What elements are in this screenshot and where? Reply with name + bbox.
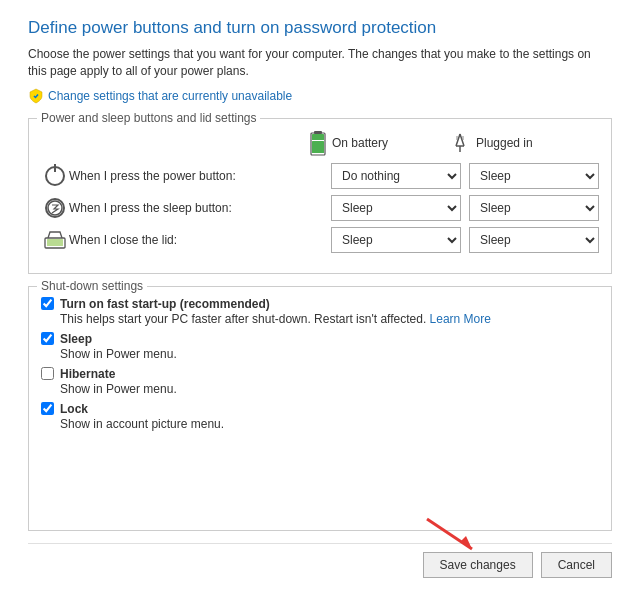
battery-column-header: On battery xyxy=(309,129,449,157)
power-sleep-legend: Power and sleep buttons and lid settings xyxy=(37,111,260,125)
cancel-button[interactable]: Cancel xyxy=(541,552,612,578)
hibernate-checkbox[interactable] xyxy=(41,367,54,380)
sleep-button-label: When I press the sleep button: xyxy=(69,201,331,215)
plug-icon xyxy=(449,132,471,154)
power-button-icon xyxy=(41,166,69,186)
plugged-column-header: Plugged in xyxy=(449,129,589,157)
sleep-button-selects: Sleep Do nothing Hibernate Shut down Sle… xyxy=(331,195,599,221)
shutdown-hibernate: Hibernate Show in Power menu. xyxy=(41,367,599,396)
sleep-sub: Show in Power menu. xyxy=(60,347,599,361)
page-description: Choose the power settings that you want … xyxy=(28,46,612,80)
power-sleep-section: Power and sleep buttons and lid settings… xyxy=(28,118,612,274)
lid-battery-select[interactable]: Sleep Do nothing Hibernate Shut down xyxy=(331,227,461,253)
shutdown-sleep: Sleep Show in Power menu. xyxy=(41,332,599,361)
power-button-battery-select[interactable]: Do nothing Sleep Hibernate Shut down Tur… xyxy=(331,163,461,189)
power-header-row: On battery Plugged in xyxy=(41,129,599,157)
footer: Save changes Cancel xyxy=(28,543,612,578)
hibernate-sub: Show in Power menu. xyxy=(60,382,599,396)
battery-icon xyxy=(309,129,327,157)
fast-startup-label: Turn on fast start-up (recommended) xyxy=(60,297,270,311)
fast-startup-sub: This helps start your PC faster after sh… xyxy=(60,312,599,326)
hibernate-checkbox-label: Hibernate xyxy=(60,367,115,381)
change-settings-row: Change settings that are currently unava… xyxy=(28,88,612,104)
sleep-checkbox-label: Sleep xyxy=(60,332,92,346)
svg-rect-12 xyxy=(47,239,63,246)
lid-icon xyxy=(41,230,69,250)
power-button-row: When I press the power button: Do nothin… xyxy=(41,163,599,189)
sleep-checkbox-row: Sleep xyxy=(41,332,599,346)
page-title: Define power buttons and turn on passwor… xyxy=(28,18,612,38)
svg-rect-2 xyxy=(312,141,324,153)
sleep-button-row: When I press the sleep button: Sleep Do … xyxy=(41,195,599,221)
sleep-button-icon xyxy=(41,198,69,218)
shutdown-fast-startup: Turn on fast start-up (recommended) This… xyxy=(41,297,599,326)
svg-rect-1 xyxy=(314,131,322,134)
sleep-button-plugged-select[interactable]: Sleep Do nothing Hibernate Shut down xyxy=(469,195,599,221)
learn-more-link[interactable]: Learn More xyxy=(430,312,491,326)
lock-sub: Show in account picture menu. xyxy=(60,417,599,431)
svg-marker-14 xyxy=(460,536,472,549)
sleep-checkbox[interactable] xyxy=(41,332,54,345)
svg-rect-3 xyxy=(312,134,324,140)
arrow-indicator xyxy=(422,514,482,557)
lock-checkbox-label: Lock xyxy=(60,402,88,416)
power-button-selects: Do nothing Sleep Hibernate Shut down Tur… xyxy=(331,163,599,189)
lid-selects: Sleep Do nothing Hibernate Shut down Sle… xyxy=(331,227,599,253)
lid-row: When I close the lid: Sleep Do nothing H… xyxy=(41,227,599,253)
change-settings-link[interactable]: Change settings that are currently unava… xyxy=(48,89,292,103)
shield-icon xyxy=(28,88,44,104)
shutdown-lock: Lock Show in account picture menu. xyxy=(41,402,599,431)
sleep-button-battery-select[interactable]: Sleep Do nothing Hibernate Shut down xyxy=(331,195,461,221)
lid-label: When I close the lid: xyxy=(69,233,331,247)
power-button-label: When I press the power button: xyxy=(69,169,331,183)
lock-checkbox-row: Lock xyxy=(41,402,599,416)
shutdown-legend: Shut-down settings xyxy=(37,279,147,293)
fast-startup-row: Turn on fast start-up (recommended) xyxy=(41,297,599,311)
power-button-plugged-select[interactable]: Sleep Do nothing Hibernate Shut down Tur… xyxy=(469,163,599,189)
hibernate-checkbox-row: Hibernate xyxy=(41,367,599,381)
shutdown-section: Shut-down settings Turn on fast start-up… xyxy=(28,286,612,531)
lock-checkbox[interactable] xyxy=(41,402,54,415)
fast-startup-checkbox[interactable] xyxy=(41,297,54,310)
lid-plugged-select[interactable]: Sleep Do nothing Hibernate Shut down xyxy=(469,227,599,253)
